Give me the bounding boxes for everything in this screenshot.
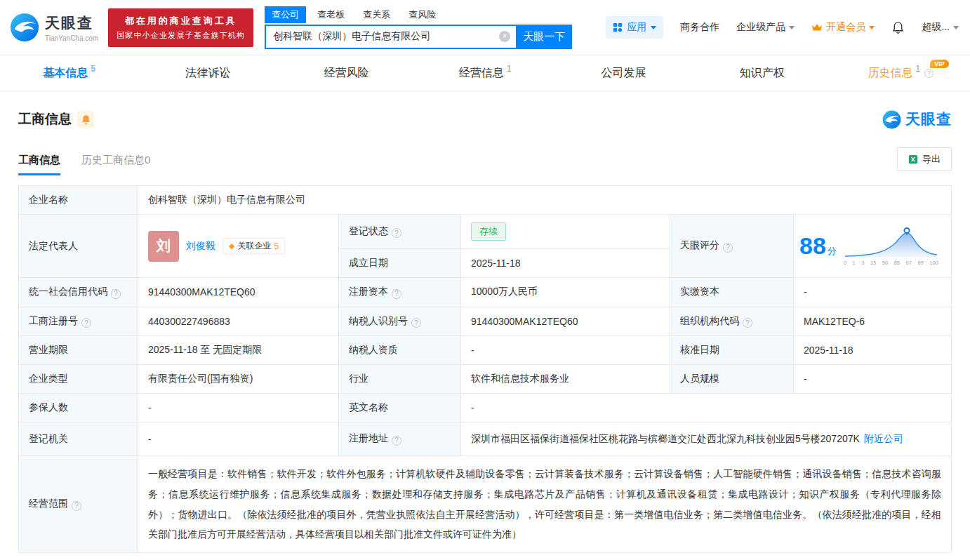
subscribe-bell-icon[interactable]: [77, 111, 94, 128]
label-industry: 行业: [339, 365, 461, 394]
tab-operating-risk[interactable]: 经营风险: [277, 55, 416, 91]
address-text: 深圳市福田区福保街道福保社区桃花路与槟榔道交汇处西北深九科技创业园5号楼2072…: [471, 433, 860, 444]
label-taxpayer-id: 纳税人识别号?: [339, 307, 461, 336]
value-industry: 软件和信息技术服务业: [461, 365, 670, 394]
value-insured-count: -: [138, 394, 339, 422]
super-vip-label: 超级...: [922, 21, 950, 34]
top-header: 天眼查 TianYanCha.com 都在用的商业查询工具 国家中小企业发展子基…: [0, 0, 970, 55]
nearby-companies-link[interactable]: 附近公司: [864, 433, 903, 444]
tianyancha-logo-icon: [10, 13, 39, 42]
score-axis: 0131550859799100: [844, 260, 938, 266]
chevron-down-icon: [953, 26, 959, 32]
label-approval-date: 核准日期: [670, 336, 794, 365]
label-registered-address: 注册地址?: [339, 422, 461, 456]
tab-business-info[interactable]: 经营信息 1: [416, 55, 554, 91]
menu-item-enterprise[interactable]: 企业级产品: [736, 21, 795, 34]
value-credit-code: 91440300MAK12TEQ60: [138, 278, 339, 307]
search-input[interactable]: [273, 31, 499, 42]
business-info-table: 企业名称 创科智联（深圳）电子信息有限公司 法定代表人 刘 刘俊毅 ◆ 关联企业…: [18, 185, 952, 553]
clear-search-icon[interactable]: ×: [499, 31, 510, 42]
label-registration-status: 登记状态?: [339, 215, 461, 249]
help-icon[interactable]: ?: [392, 436, 401, 446]
menu-item-cooperation[interactable]: 商务合作: [680, 21, 719, 34]
related-badge-icon: ◆: [229, 241, 234, 251]
watermark-text: 天眼查: [905, 109, 952, 129]
search-tab-boss[interactable]: 查老板: [310, 6, 352, 23]
apps-menu-button[interactable]: 应用: [606, 16, 663, 39]
subtab-business-registration[interactable]: 工商信息: [18, 154, 60, 175]
value-taxpayer-id: 91440300MAK12TEQ60: [461, 307, 670, 336]
help-icon[interactable]: ?: [743, 318, 752, 328]
company-nav-tabs: 基本信息 5 法律诉讼 经营风险 经营信息 1 公司发展 知识产权 VIP 历史…: [0, 55, 970, 91]
top-menu: 应用 商务合作 企业级产品 开通会员 超级...: [606, 16, 959, 39]
tab-label: 经营风险: [324, 66, 369, 81]
chevron-down-icon: [651, 26, 656, 32]
tab-basic-info[interactable]: 基本信息 5: [0, 55, 138, 91]
label-registered-capital: 注册资本?: [339, 278, 461, 307]
table-row: 工商注册号? 440300227496883 纳税人识别号? 91440300M…: [19, 307, 952, 336]
label-legal-representative: 法定代表人: [19, 215, 138, 278]
value-registration-authority: -: [138, 422, 339, 456]
search-tab-risk[interactable]: 查风险: [401, 6, 443, 23]
menu-item-open-vip[interactable]: 开通会员: [811, 21, 875, 34]
cooperation-label: 商务合作: [680, 21, 719, 34]
value-taxpayer-qualification: -: [461, 336, 670, 365]
section-header: 工商信息 天眼查: [18, 109, 952, 129]
section-title: 工商信息: [18, 110, 72, 128]
tianyancha-logo[interactable]: 天眼查 TianYanCha.com: [10, 13, 98, 42]
tianyancha-logo-icon: [882, 110, 901, 129]
avatar[interactable]: 刘: [148, 231, 179, 262]
help-icon[interactable]: ?: [111, 289, 121, 299]
value-registered-capital: 10000万人民币: [461, 278, 670, 307]
help-icon[interactable]: ?: [72, 501, 81, 511]
label-staff-size: 人员规模: [670, 365, 794, 394]
main-content: 工商信息 天眼查 工商信息 历史工商信息0 导出: [0, 91, 970, 553]
search-tab-company[interactable]: 查公司: [265, 6, 306, 23]
related-companies-tag[interactable]: ◆ 关联企业 5: [222, 238, 285, 254]
status-badge: 存续: [471, 222, 506, 241]
label-company-type: 企业类型: [19, 365, 138, 394]
logo-text: 天眼查 TianYanCha.com: [45, 13, 98, 42]
tab-legal-litigation[interactable]: 法律诉讼: [138, 55, 277, 91]
label-registration-number: 工商注册号?: [19, 307, 138, 336]
table-row: 经营范围? 一般经营项目是：软件销售；软件开发；软件外包服务；计算机软硬件及辅助…: [19, 456, 952, 553]
value-registration-number: 440300227496883: [138, 307, 339, 336]
value-registered-address: 深圳市福田区福保街道福保社区桃花路与槟榔道交汇处西北深九科技创业园5号楼2072…: [461, 422, 952, 456]
table-row: 参保人数 - 英文名称 -: [19, 394, 952, 422]
label-paid-capital: 实缴资本: [670, 278, 794, 307]
tab-company-development[interactable]: 公司发展: [554, 55, 693, 91]
value-registration-status: 存续: [461, 215, 670, 249]
help-icon[interactable]: ?: [392, 228, 401, 238]
label-taxpayer-qualification: 纳税人资质: [339, 336, 461, 365]
label-company-name: 企业名称: [19, 186, 138, 215]
promo-banner-line1: 都在用的商业查询工具: [117, 15, 245, 27]
help-icon[interactable]: ?: [411, 318, 421, 328]
score-number[interactable]: 88分: [799, 232, 837, 260]
value-organization-code: MAK12TEQ-6: [794, 307, 952, 336]
tab-label: 公司发展: [601, 66, 646, 81]
export-label: 导出: [922, 153, 941, 166]
logo-title: 天眼查: [45, 13, 98, 33]
legal-representative-link[interactable]: 刘俊毅: [186, 240, 215, 253]
label-tianyan-score: 天眼评分?: [670, 215, 794, 278]
tab-label: 经营信息: [459, 66, 504, 81]
menu-item-super-vip[interactable]: 超级...: [922, 21, 959, 34]
tab-history-info[interactable]: VIP 历史信息 1 ?: [832, 55, 970, 91]
help-icon[interactable]: ?: [81, 318, 91, 328]
apps-menu-label: 应用: [627, 21, 646, 34]
notification-bell-icon[interactable]: [891, 21, 905, 34]
promo-banner: 都在用的商业查询工具 国家中小企业发展子基金旗下机构: [108, 8, 253, 47]
tab-intellectual-property[interactable]: 知识产权: [693, 55, 831, 91]
table-row: 企业名称 创科智联（深圳）电子信息有限公司: [19, 186, 952, 215]
subtab-history-registration[interactable]: 历史工商信息0: [81, 154, 150, 175]
export-button[interactable]: 导出: [897, 147, 952, 171]
help-icon[interactable]: ?: [392, 289, 401, 299]
search-button[interactable]: 天眼一下: [516, 25, 572, 49]
help-icon[interactable]: ?: [924, 69, 934, 78]
help-icon[interactable]: ?: [723, 243, 733, 253]
search-box: × 天眼一下: [265, 25, 572, 49]
label-organization-code: 组织机构代码?: [670, 307, 794, 336]
value-establish-date: 2025-11-18: [461, 249, 670, 278]
search-tab-relation[interactable]: 查关系: [356, 6, 397, 23]
search-input-wrap: ×: [265, 25, 516, 49]
